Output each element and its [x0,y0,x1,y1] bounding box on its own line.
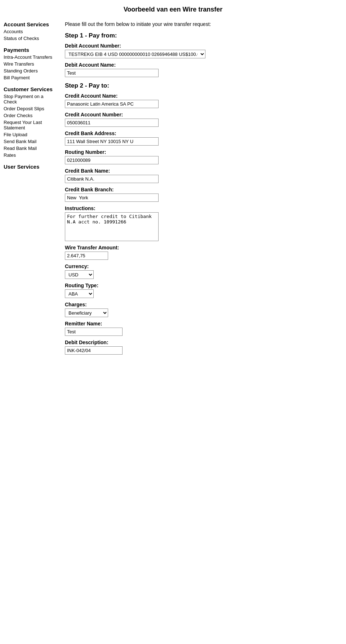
currency-select[interactable]: USD [65,270,94,279]
account-services-heading: Account Services [4,21,54,27]
sidebar-item-stop-payment[interactable]: Stop Payment on a Check [4,94,54,105]
credit-bank-branch-input[interactable] [65,194,159,202]
routing-number-label: Routing Number: [65,149,339,155]
routing-number-group: Routing Number: [65,149,339,164]
remitter-name-input[interactable] [65,328,123,336]
charges-select[interactable]: Beneficiary [65,308,108,317]
charges-label: Charges: [65,302,339,307]
currency-label: Currency: [65,263,339,269]
sidebar-item-status-of-checks[interactable]: Status of Checks [4,36,54,41]
credit-bank-name-group: Credit Bank Name: [65,168,339,183]
debit-account-name-group: Debit Account Name: [65,62,339,77]
sidebar-item-standing-orders[interactable]: Standing Orders [4,68,54,74]
sidebar-item-file-upload[interactable]: File Upload [4,132,54,137]
debit-description-input[interactable] [65,346,123,355]
user-services-heading: User Services [4,164,54,170]
page-title: Voorbeeld van een Wire transfer [0,0,346,18]
sidebar-item-intra-account-transfers[interactable]: Intra-Account Transfers [4,54,54,60]
instructions-label: Instructions: [65,205,339,211]
routing-type-group: Routing Type: ABA [65,283,339,298]
intro-text: Please fill out the form below to initia… [65,21,339,27]
credit-bank-name-label: Credit Bank Name: [65,168,339,174]
debit-description-label: Debit Description: [65,339,339,345]
credit-account-number-group: Credit Account Number: [65,112,339,127]
instructions-group: Instructions: For further credit to Citi… [65,205,339,241]
debit-account-number-select[interactable]: TESTREKG EIB 4 USD 000000000010 02669464… [65,50,205,58]
routing-number-input[interactable] [65,156,159,164]
credit-account-number-input[interactable] [65,119,159,127]
debit-description-group: Debit Description: [65,339,339,355]
credit-bank-branch-group: Credit Bank Branch: [65,187,339,202]
wire-transfer-amount-label: Wire Transfer Amount: [65,245,339,250]
remitter-name-label: Remitter Name: [65,321,339,327]
sidebar-item-bill-payment[interactable]: Bill Payment [4,75,54,80]
sidebar-item-request-statement[interactable]: Request Your Last Statement [4,120,54,130]
credit-account-name-input[interactable] [65,100,159,108]
credit-account-name-group: Credit Account Name: [65,93,339,108]
payments-heading: Payments [4,47,54,53]
wire-transfer-amount-group: Wire Transfer Amount: [65,245,339,260]
sidebar-item-read-bank-mail[interactable]: Read Bank Mail [4,146,54,151]
debit-account-name-label: Debit Account Name: [65,62,339,68]
debit-account-number-label: Debit Account Number: [65,43,339,49]
sidebar-item-order-deposit-slips[interactable]: Order Deposit Slips [4,106,54,111]
sidebar-item-rates[interactable]: Rates [4,152,54,158]
wire-transfer-amount-input[interactable] [65,252,108,260]
sidebar-item-wire-transfers[interactable]: Wire Transfers [4,61,54,67]
routing-type-label: Routing Type: [65,283,339,288]
credit-account-number-label: Credit Account Number: [65,112,339,117]
customer-services-heading: Customer Services [4,86,54,92]
instructions-textarea[interactable]: For further credit to Citibank N.A acct … [65,212,159,241]
credit-bank-name-input[interactable] [65,175,159,183]
step1-heading: Step 1 - Pay from: [65,32,339,39]
sidebar: Account Services Accounts Status of Chec… [0,18,58,371]
sidebar-item-order-checks[interactable]: Order Checks [4,113,54,118]
credit-bank-address-label: Credit Bank Address: [65,130,339,136]
debit-account-number-group: Debit Account Number: TESTREKG EIB 4 USD… [65,43,339,58]
remitter-name-group: Remitter Name: [65,321,339,336]
sidebar-item-send-bank-mail[interactable]: Send Bank Mail [4,139,54,144]
main-content: Please fill out the form below to initia… [58,18,346,371]
credit-account-name-label: Credit Account Name: [65,93,339,99]
currency-group: Currency: USD [65,263,339,279]
credit-bank-address-group: Credit Bank Address: [65,130,339,146]
credit-bank-address-input[interactable] [65,137,159,146]
credit-bank-branch-label: Credit Bank Branch: [65,187,339,192]
routing-type-select[interactable]: ABA [65,289,94,298]
sidebar-item-accounts[interactable]: Accounts [4,29,54,34]
debit-account-name-input[interactable] [65,69,159,77]
step2-heading: Step 2 - Pay to: [65,82,339,89]
charges-group: Charges: Beneficiary [65,302,339,317]
